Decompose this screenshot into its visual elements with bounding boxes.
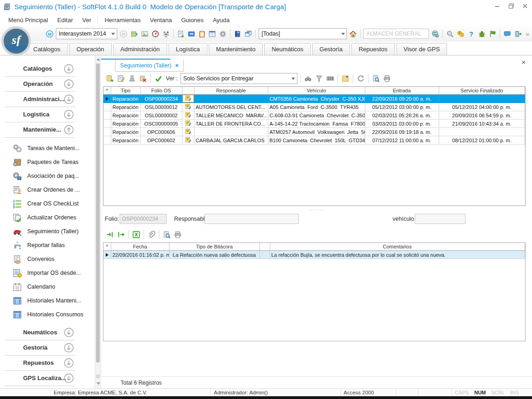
ribbon-tab-cat-logos[interactable]: Catálogos bbox=[26, 43, 68, 55]
sidebar-section-operaci-n[interactable]: Operación bbox=[0, 77, 95, 92]
log-row[interactable]: 22/09/2016 01:16:02 p. m.La Refacción nu… bbox=[103, 251, 525, 259]
circle-down-icon[interactable] bbox=[64, 327, 74, 338]
attachment-icon[interactable] bbox=[146, 230, 157, 240]
folio-field[interactable] bbox=[120, 214, 167, 224]
restore-button[interactable] bbox=[508, 3, 514, 9]
menu-item-ayuda[interactable]: Ayuda bbox=[208, 15, 235, 25]
wrench-search-icon[interactable] bbox=[445, 29, 455, 39]
grid-note-icon[interactable] bbox=[184, 95, 192, 102]
delete-record-icon[interactable] bbox=[138, 73, 148, 84]
print-preview-icon[interactable] bbox=[162, 230, 172, 240]
sidebar-item-calendario[interactable]: Calendario bbox=[0, 280, 95, 294]
ribbon-tab-repuestos[interactable]: Repuestos bbox=[351, 43, 395, 55]
badge-99-icon[interactable]: 99 bbox=[187, 29, 196, 39]
home-icon[interactable] bbox=[348, 29, 358, 39]
scroll-up-icon[interactable] bbox=[97, 58, 100, 60]
document-tab[interactable]: Seguimiento (Taller) × bbox=[115, 60, 184, 72]
sidebar-section-gps-localiza-[interactable]: GPS Localiza... bbox=[0, 371, 95, 386]
sidebar-item-reportar-fallas[interactable]: Reportar fallas bbox=[0, 238, 95, 252]
add-record-icon[interactable] bbox=[105, 73, 115, 84]
flag-icon[interactable] bbox=[488, 29, 497, 39]
archive-box-icon[interactable] bbox=[129, 29, 139, 39]
export-rows-icon[interactable] bbox=[116, 230, 126, 240]
sidebar-item-importar-os-desde[interactable]: Importar OS desde... bbox=[0, 266, 95, 280]
orders-row[interactable]: ReparaciónOSP00000234CMT0356 Camioneta C… bbox=[103, 95, 525, 103]
warehouse-input[interactable] bbox=[363, 29, 429, 39]
overflow-icon[interactable]: » bbox=[524, 29, 532, 39]
splitter-handle[interactable]: ········ bbox=[101, 207, 532, 212]
column-header-folio-os[interactable]: Folio OS bbox=[140, 87, 182, 95]
column-header-tipo[interactable]: Tipo bbox=[111, 87, 140, 95]
people-icon[interactable] bbox=[161, 29, 171, 39]
sidebar-item-seguimiento-taller[interactable]: Seguimiento (Taller) bbox=[0, 224, 95, 238]
column-header-icon[interactable] bbox=[182, 87, 194, 95]
sidebar-item-tareas-de-manteni[interactable]: Tareas de Manteni... bbox=[0, 141, 95, 155]
circle-down-icon[interactable] bbox=[64, 358, 74, 368]
sidebar-item-convenios[interactable]: Convenios bbox=[0, 252, 95, 266]
orders-row[interactable]: ReparaciónOPC000606ATM0257 Automovil Vol… bbox=[103, 128, 525, 136]
chat-icon[interactable] bbox=[502, 29, 512, 39]
sidebar-item-historiales-manteni[interactable]: Historiales Manteni... bbox=[0, 294, 95, 308]
picture-icon[interactable] bbox=[140, 29, 150, 39]
column-header-veh-culo[interactable]: Vehículo bbox=[268, 87, 365, 95]
binoculars-icon[interactable] bbox=[303, 73, 313, 84]
m-badge-icon[interactable]: M bbox=[45, 29, 54, 39]
ribbon-tab-log-stica[interactable]: Logística bbox=[169, 43, 207, 55]
sidebar-section-gestor-a[interactable]: Gestoría bbox=[0, 340, 95, 356]
help-icon[interactable]: ? bbox=[466, 29, 476, 39]
sidebar-section-neum-ticos[interactable]: Neumáticos bbox=[0, 325, 95, 340]
circle-down-icon[interactable] bbox=[64, 343, 74, 353]
circle-down-icon[interactable] bbox=[64, 79, 74, 89]
print-preview-icon[interactable] bbox=[371, 73, 381, 84]
scrollbar-thumb[interactable] bbox=[96, 63, 100, 363]
new-report-icon[interactable] bbox=[176, 29, 186, 39]
stamp-icon[interactable] bbox=[127, 73, 137, 84]
scrollbar-box[interactable] bbox=[96, 375, 100, 378]
edit-record-icon[interactable] bbox=[116, 73, 126, 84]
import-rows-icon[interactable] bbox=[105, 230, 115, 240]
grid-note-icon[interactable] bbox=[184, 120, 192, 127]
column-header-servicio-finalizado[interactable]: Servicio Finalizado bbox=[439, 87, 525, 95]
sidebar-section-mantenimie-[interactable]: Mantenimie... bbox=[0, 122, 95, 138]
column-header-entrada[interactable]: Entrada bbox=[365, 87, 439, 95]
sidebar-item-historiales-consumos[interactable]: Historiales Consumos bbox=[0, 308, 95, 321]
sidebar-section-logistica[interactable]: Logistica bbox=[0, 107, 95, 122]
menu-item-guiones[interactable]: Guiones bbox=[176, 15, 208, 25]
print-icon[interactable] bbox=[173, 230, 183, 240]
column-header-fecha[interactable]: Fecha bbox=[111, 243, 169, 251]
refresh-icon[interactable] bbox=[356, 73, 366, 84]
sidebar-item-paquetes-de-tareas[interactable]: Paquetes de Tareas bbox=[0, 155, 95, 169]
m-badge-disabled-icon[interactable]: M bbox=[119, 29, 128, 39]
circle-down-icon[interactable] bbox=[64, 64, 74, 74]
menu-item-herramientas[interactable]: Herramientas bbox=[100, 15, 145, 25]
company-combo[interactable]: Interasystem 2014 bbox=[56, 28, 117, 39]
gauge-icon[interactable] bbox=[151, 29, 160, 39]
filter-funnel-icon[interactable] bbox=[314, 73, 324, 84]
chevron-down-icon[interactable] bbox=[290, 73, 297, 84]
chevron-down-icon[interactable] bbox=[339, 29, 346, 39]
orders-row[interactable]: ReparaciónOPC000602CARBAJAL GARCIA CARLO… bbox=[103, 136, 525, 145]
chevron-down-icon[interactable] bbox=[110, 29, 117, 39]
note-icon[interactable] bbox=[340, 73, 351, 84]
ribbon-tab-mantenimiento[interactable]: Mantenimiento bbox=[209, 43, 263, 55]
vehiculo-field[interactable] bbox=[415, 214, 466, 224]
menu-item-ver[interactable]: Ver bbox=[78, 15, 96, 25]
column-header-icon[interactable] bbox=[260, 243, 270, 251]
view-filter-combo[interactable]: Solo Servicios por Entregar bbox=[181, 73, 297, 84]
confirm-check-icon[interactable] bbox=[153, 73, 163, 84]
bug-icon[interactable] bbox=[477, 29, 487, 39]
menu-item-editar[interactable]: Editar bbox=[53, 15, 78, 25]
minimize-button[interactable] bbox=[494, 3, 501, 9]
circle-down-icon[interactable] bbox=[64, 109, 74, 120]
table-window-icon[interactable] bbox=[207, 29, 217, 39]
close-button[interactable] bbox=[522, 3, 528, 9]
grid-note-icon[interactable] bbox=[184, 136, 192, 143]
book-icon[interactable] bbox=[233, 29, 242, 39]
menu-item-men-principal[interactable]: Menú Principal bbox=[4, 15, 53, 25]
scroll-down-icon[interactable] bbox=[97, 382, 100, 385]
ribbon-tab-neum-ticos[interactable]: Neumáticos bbox=[264, 43, 311, 55]
ribbon-tab-visor-de-gps[interactable]: Visor de GPS bbox=[396, 43, 447, 55]
ribbon-tab-administraci-n[interactable]: Administración bbox=[113, 43, 167, 55]
orders-row[interactable]: ReparaciónOSL00000012AUTOMOTORES DEL CEN… bbox=[103, 103, 525, 111]
sidebar-item-actualizar-ordenes[interactable]: Actualizar Ordenes bbox=[0, 211, 95, 224]
